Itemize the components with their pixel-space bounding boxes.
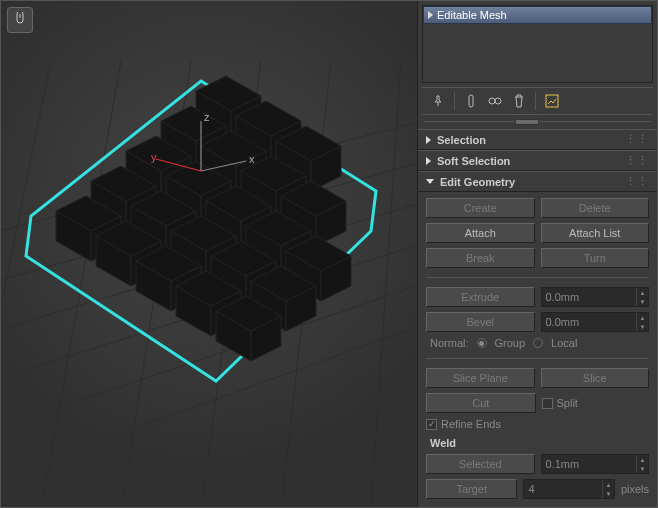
drag-dots-icon: ⋮⋮ — [625, 154, 649, 167]
svg-line-7 — [41, 61, 121, 507]
pixels-label: pixels — [621, 483, 649, 495]
drag-dots-icon: ⋮⋮ — [625, 133, 649, 146]
stack-item-label: Editable Mesh — [437, 9, 507, 21]
svg-point-87 — [495, 98, 501, 104]
extrude-button[interactable]: Extrude — [426, 287, 535, 307]
rollout-selection[interactable]: Selection ⋮⋮ — [418, 129, 657, 150]
svg-text:z: z — [204, 111, 210, 123]
refine-ends-label: Refine Ends — [441, 418, 501, 430]
local-label: Local — [551, 337, 577, 349]
split-label: Split — [557, 397, 578, 409]
trash-icon[interactable] — [511, 93, 527, 109]
bevel-spinner[interactable]: 0.0mm▲▼ — [541, 312, 650, 332]
slice-button[interactable]: Slice — [541, 368, 650, 388]
configure-icon[interactable] — [544, 93, 560, 109]
chevron-right-icon — [426, 136, 431, 144]
turn-button[interactable]: Turn — [541, 248, 650, 268]
stack-item-editable-mesh[interactable]: Editable Mesh — [423, 6, 652, 24]
svg-point-86 — [489, 98, 495, 104]
chevron-right-icon — [426, 157, 431, 165]
extrude-spinner[interactable]: 0.0mm▲▼ — [541, 287, 650, 307]
svg-rect-88 — [546, 95, 558, 107]
svg-text:x: x — [249, 153, 255, 165]
svg-rect-85 — [469, 95, 473, 107]
attach-list-button[interactable]: Attach List — [541, 223, 650, 243]
weld-selected-spinner[interactable]: 0.1mm▲▼ — [541, 454, 650, 474]
pin-icon[interactable] — [430, 93, 446, 109]
break-button[interactable]: Break — [426, 248, 535, 268]
drag-dots-icon: ⋮⋮ — [625, 175, 649, 188]
weld-heading: Weld — [426, 435, 649, 449]
weld-target-button[interactable]: Target — [426, 479, 517, 499]
rollout-label: Soft Selection — [437, 155, 510, 167]
weld-selected-button[interactable]: Selected — [426, 454, 535, 474]
cut-button[interactable]: Cut — [426, 393, 536, 413]
svg-line-5 — [1, 311, 417, 491]
rollout-soft-selection[interactable]: Soft Selection ⋮⋮ — [418, 150, 657, 171]
rollout-edit-geometry[interactable]: Edit Geometry ⋮⋮ — [418, 171, 657, 192]
svg-line-6 — [1, 61, 51, 501]
attach-button[interactable]: Attach — [426, 223, 535, 243]
modifier-stack[interactable]: Editable Mesh — [422, 5, 653, 83]
normal-local-radio[interactable] — [533, 338, 543, 348]
normal-group-radio[interactable] — [477, 338, 487, 348]
rollout-label: Selection — [437, 134, 486, 146]
slice-plane-button[interactable]: Slice Plane — [426, 368, 535, 388]
group-label: Group — [495, 337, 526, 349]
vial-icon[interactable] — [463, 93, 479, 109]
normal-label: Normal: — [430, 337, 469, 349]
bevel-button[interactable]: Bevel — [426, 312, 535, 332]
show-end-icon[interactable] — [487, 93, 503, 109]
delete-button[interactable]: Delete — [541, 198, 650, 218]
chevron-down-icon — [426, 179, 434, 184]
weld-target-spinner[interactable]: 4▲▼ — [523, 479, 614, 499]
edit-geometry-body: Create Delete Attach Attach List Break T… — [418, 192, 657, 507]
rollout-label: Edit Geometry — [440, 176, 515, 188]
split-checkbox[interactable] — [542, 398, 553, 409]
command-panel: Editable Mesh Selection ⋮⋮ Soft Selectio… — [417, 1, 657, 507]
svg-line-11 — [371, 61, 401, 507]
viewport-scene: z y x — [1, 1, 417, 507]
stack-toolbar — [422, 87, 653, 115]
3d-viewport[interactable]: z y x — [1, 1, 417, 507]
svg-text:y: y — [151, 151, 157, 163]
stack-splitter[interactable] — [424, 119, 651, 125]
refine-ends-checkbox[interactable]: ✓ — [426, 419, 437, 430]
create-button[interactable]: Create — [426, 198, 535, 218]
expand-icon — [428, 11, 433, 19]
